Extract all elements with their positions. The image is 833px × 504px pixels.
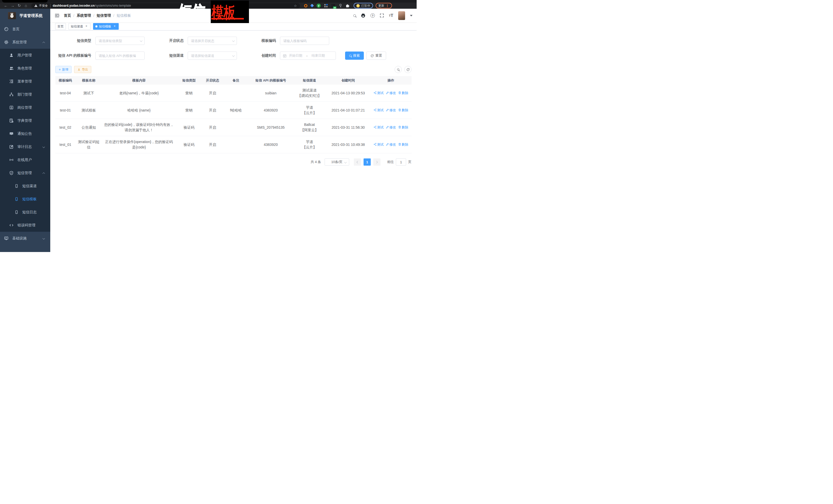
bookmark-star-icon[interactable]: ☆ <box>294 4 297 8</box>
security-warning-icon[interactable]: ! <box>34 4 38 7</box>
fullscreen-icon[interactable] <box>380 13 384 18</box>
recording-paused-pill[interactable]: 已暂停 <box>354 3 373 8</box>
page-size-select[interactable]: 10条/页 <box>325 159 349 166</box>
delete-link[interactable]: 删除 <box>398 125 408 130</box>
edit-link[interactable]: 修改 <box>386 142 396 147</box>
export-button[interactable]: 导出 <box>74 66 91 73</box>
filter-channel: 短信渠道 <box>148 51 237 60</box>
browser-active-tab[interactable] <box>2 0 48 3</box>
column-header[interactable]: 短信渠道 <box>293 76 326 85</box>
user-avatar[interactable] <box>398 11 405 20</box>
channel-select-input[interactable] <box>188 51 237 60</box>
extension-list-on-icon[interactable]: on <box>331 4 335 7</box>
column-header[interactable]: 开启状态 <box>202 76 223 85</box>
user-menu-caret-icon[interactable] <box>410 15 412 17</box>
column-header[interactable]: 备注 <box>223 76 249 85</box>
column-header[interactable]: 模板名称 <box>75 76 102 85</box>
sidebar-logo-row[interactable]: 芋道管理系统 <box>0 9 50 23</box>
delete-link[interactable]: 删除 <box>398 107 408 113</box>
tag-sms-channel[interactable]: 短信渠道 × <box>68 23 91 30</box>
browser-update-pill[interactable]: 更新 ⋮ <box>376 3 392 8</box>
date-range-picker[interactable]: 开始日期 - 结束日期 <box>280 51 336 60</box>
sidebar-item-error-code-mgmt[interactable]: 错误码管理 <box>0 219 50 232</box>
end-date-placeholder[interactable]: 结束日期 <box>311 53 325 58</box>
header-search-icon[interactable] <box>353 14 356 17</box>
add-button[interactable]: + 新增 <box>55 66 72 73</box>
column-header[interactable]: 短信 API 的模板编号 <box>249 76 293 85</box>
sidebar-item-home[interactable]: 首页 <box>0 23 50 35</box>
font-size-icon[interactable]: TT <box>389 13 393 18</box>
channel-select[interactable] <box>188 51 237 60</box>
tag-home[interactable]: 首页 <box>55 23 66 30</box>
api-template-id-input[interactable] <box>95 51 145 60</box>
prev-page-button[interactable] <box>354 159 361 166</box>
sidebar-item-sms-mgmt[interactable]: 短信管理 <box>0 166 50 179</box>
toggle-search-icon[interactable] <box>395 66 402 73</box>
test-link[interactable]: 测试 <box>374 107 384 113</box>
sms-type-select-input[interactable] <box>95 37 145 45</box>
sms-type-select[interactable] <box>95 37 145 45</box>
sidebar-item-audit-log[interactable]: 审计日志 <box>0 140 50 153</box>
tag-sms-template[interactable]: 短信模板 × <box>93 23 119 30</box>
breadcrumb-sms[interactable]: 短信管理 <box>97 13 111 18</box>
test-link[interactable]: 测试 <box>374 90 384 96</box>
sidebar-item-infrastructure[interactable]: 基础设施 <box>0 232 50 245</box>
refresh-table-icon[interactable] <box>404 66 411 73</box>
sidebar-item-dept-mgmt[interactable]: 部门管理 <box>0 88 50 101</box>
cell-name: 公告通知 <box>75 119 102 136</box>
edit-link[interactable]: 修改 <box>386 107 396 113</box>
close-icon[interactable]: × <box>85 25 88 28</box>
hamburger-icon[interactable] <box>55 13 60 18</box>
column-header[interactable]: 模板内容 <box>102 76 176 85</box>
edit-link[interactable]: 修改 <box>386 90 396 96</box>
address-bar[interactable]: ! 不安全 dashboard.yudao.iocoder.cn/system/… <box>31 3 300 8</box>
forward-icon[interactable]: → <box>9 3 16 8</box>
sidebar-item-system-mgmt[interactable]: 系统管理 <box>0 35 50 49</box>
column-header[interactable]: 模板编码 <box>55 76 75 85</box>
goto-page-input[interactable] <box>396 159 406 166</box>
reload-icon[interactable]: ↻ <box>16 3 23 8</box>
github-icon[interactable] <box>361 13 365 18</box>
delete-link[interactable]: 删除 <box>398 142 408 147</box>
edit-link[interactable]: 修改 <box>386 125 396 130</box>
help-icon[interactable]: ? <box>371 13 375 18</box>
reset-button[interactable]: 重置 <box>366 51 386 60</box>
sidebar-item-user-mgmt[interactable]: 用户管理 <box>0 49 50 62</box>
status-select-input[interactable] <box>188 37 237 45</box>
column-header[interactable]: 短信类型 <box>176 76 202 85</box>
extension-y-icon[interactable]: y <box>317 4 321 8</box>
column-header[interactable]: 操作 <box>370 76 411 85</box>
close-icon[interactable]: × <box>113 25 116 28</box>
extension-key-icon[interactable] <box>339 4 342 8</box>
current-page[interactable]: 1 <box>363 159 371 166</box>
extension-ring-icon[interactable] <box>304 4 307 7</box>
column-header[interactable]: 创建时间 <box>326 76 370 85</box>
search-button[interactable]: 搜索 <box>345 51 364 60</box>
extensions-puzzle-icon[interactable] <box>346 4 350 8</box>
share-icon <box>374 109 377 112</box>
breadcrumb-home[interactable]: 首页 <box>64 13 71 18</box>
delete-link[interactable]: 删除 <box>398 90 408 96</box>
template-code-input[interactable] <box>280 37 329 45</box>
sidebar-item-menu-mgmt[interactable]: 菜单管理 <box>0 75 50 88</box>
back-icon[interactable]: ← <box>3 3 9 8</box>
extension-grid-icon[interactable] <box>324 4 328 8</box>
sidebar-item-sms-template[interactable]: 短信模板 <box>0 193 50 206</box>
sidebar-item-sms-channel[interactable]: 短信渠道 <box>0 179 50 193</box>
sidebar-item-online-users[interactable]: 在线用户 <box>0 153 50 166</box>
breadcrumb-system[interactable]: 系统管理 <box>77 13 91 18</box>
sidebar-item-role-mgmt[interactable]: 角色管理 <box>0 62 50 75</box>
test-link[interactable]: 测试 <box>374 142 384 147</box>
status-select[interactable] <box>188 37 237 45</box>
sidebar-item-label: 系统管理 <box>12 40 27 45</box>
sidebar-item-label: 在线用户 <box>18 158 32 162</box>
sidebar-item-notice[interactable]: 通知公告 <box>0 127 50 140</box>
sidebar-item-post-mgmt[interactable]: 岗位管理 <box>0 101 50 114</box>
sidebar-item-sms-log[interactable]: 短信日志 <box>0 206 50 219</box>
sidebar-item-dict-mgmt[interactable]: 字典管理 <box>0 114 50 127</box>
test-link[interactable]: 测试 <box>374 125 384 130</box>
next-page-button[interactable] <box>373 159 380 166</box>
start-date-placeholder[interactable]: 开始日期 <box>289 53 302 58</box>
extension-gem-icon[interactable] <box>310 4 314 7</box>
home-icon[interactable]: ⌂ <box>23 3 29 8</box>
